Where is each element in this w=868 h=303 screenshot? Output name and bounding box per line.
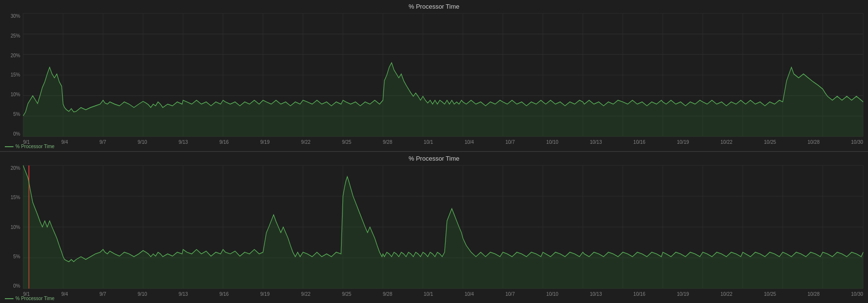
x-label-13: 10/7 xyxy=(505,139,514,145)
x2-label-20: 10/28 xyxy=(807,291,819,297)
y2-label-5: 5% xyxy=(13,254,20,259)
legend-line-icon-2 xyxy=(5,298,13,299)
y-label-10: 10% xyxy=(11,92,20,97)
legend-1: % Processor Time xyxy=(5,144,54,149)
y-label-20: 20% xyxy=(11,53,20,58)
x-label-12: 10/4 xyxy=(464,139,473,145)
x-label-2: 9/4 xyxy=(61,139,68,145)
legend-line-icon-1 xyxy=(5,146,13,147)
x2-label-21: 10/30 xyxy=(851,291,863,297)
y-axis-2: 20% 15% 10% 5% 0% xyxy=(0,165,22,289)
y2-label-10: 10% xyxy=(11,225,20,230)
x-label-11: 10/1 xyxy=(424,139,433,145)
chart-area-1 xyxy=(23,13,863,137)
x-label-16: 10/16 xyxy=(633,139,645,145)
x2-label-15: 10/13 xyxy=(590,291,602,297)
x2-label-18: 10/22 xyxy=(721,291,733,297)
x-label-5: 9/13 xyxy=(179,139,188,145)
x2-label-6: 9/16 xyxy=(219,291,228,297)
x2-label-11: 10/1 xyxy=(424,291,433,297)
y2-label-0: 0% xyxy=(13,283,20,289)
chart-panel-1: % Processor Time 30% 25% 20% 15% 10% 5% … xyxy=(0,0,868,152)
y-label-25: 25% xyxy=(11,33,20,38)
x-label-6: 9/16 xyxy=(219,139,228,145)
y-label-5: 5% xyxy=(13,112,20,117)
x-label-9: 9/25 xyxy=(342,139,351,145)
y-axis-1: 30% 25% 20% 15% 10% 5% 0% xyxy=(0,13,22,137)
x-label-17: 10/19 xyxy=(677,139,689,145)
x-label-21: 10/30 xyxy=(851,139,863,145)
x2-label-8: 9/22 xyxy=(301,291,310,297)
x-label-3: 9/7 xyxy=(100,139,106,145)
chart-svg-1 xyxy=(23,13,863,137)
y2-label-20: 20% xyxy=(11,165,20,171)
chart-fill-1 xyxy=(23,63,863,137)
x2-label-9: 9/25 xyxy=(342,291,351,297)
chart-title-1: % Processor Time xyxy=(0,3,868,10)
chart-svg-2 xyxy=(23,165,863,289)
x-axis-1: 9/1 9/4 9/7 9/10 9/13 9/16 9/19 9/22 9/2… xyxy=(23,139,863,149)
y-label-0: 0% xyxy=(13,131,20,137)
chart-title-2: % Processor Time xyxy=(0,155,868,162)
x2-label-10: 9/28 xyxy=(383,291,392,297)
x2-label-5: 9/13 xyxy=(179,291,188,297)
chart-line-2 xyxy=(23,165,863,262)
chart-area-2 xyxy=(23,165,863,289)
x2-label-2: 9/4 xyxy=(61,291,68,297)
x-label-7: 9/19 xyxy=(260,139,269,145)
x-label-8: 9/22 xyxy=(301,139,310,145)
x2-label-4: 9/10 xyxy=(138,291,147,297)
x2-label-12: 10/4 xyxy=(464,291,473,297)
charts-container: % Processor Time 30% 25% 20% 15% 10% 5% … xyxy=(0,0,868,303)
x-label-4: 9/10 xyxy=(138,139,147,145)
x2-label-14: 10/10 xyxy=(546,291,558,297)
y2-label-15: 15% xyxy=(11,195,20,200)
x2-label-3: 9/7 xyxy=(100,291,106,297)
x-label-14: 10/10 xyxy=(546,139,558,145)
chart-panel-2: % Processor Time 20% 15% 10% 5% 0% xyxy=(0,152,868,303)
x-axis-2: 9/1 9/4 9/7 9/10 9/13 9/16 9/19 9/22 9/2… xyxy=(23,291,863,301)
x2-label-7: 9/19 xyxy=(260,291,269,297)
x2-label-17: 10/19 xyxy=(677,291,689,297)
legend-2: % Processor Time xyxy=(5,296,54,301)
y-label-15: 15% xyxy=(11,72,20,77)
x2-label-16: 10/16 xyxy=(633,291,645,297)
legend-label-1: % Processor Time xyxy=(15,144,54,149)
x-label-19: 10/25 xyxy=(764,139,776,145)
x2-label-13: 10/7 xyxy=(505,291,514,297)
x-label-10: 9/28 xyxy=(383,139,392,145)
x-label-18: 10/22 xyxy=(721,139,733,145)
legend-label-2: % Processor Time xyxy=(15,296,54,301)
x-label-15: 10/13 xyxy=(590,139,602,145)
y-label-30: 30% xyxy=(11,13,20,19)
x2-label-19: 10/25 xyxy=(764,291,776,297)
x-label-20: 10/28 xyxy=(807,139,819,145)
